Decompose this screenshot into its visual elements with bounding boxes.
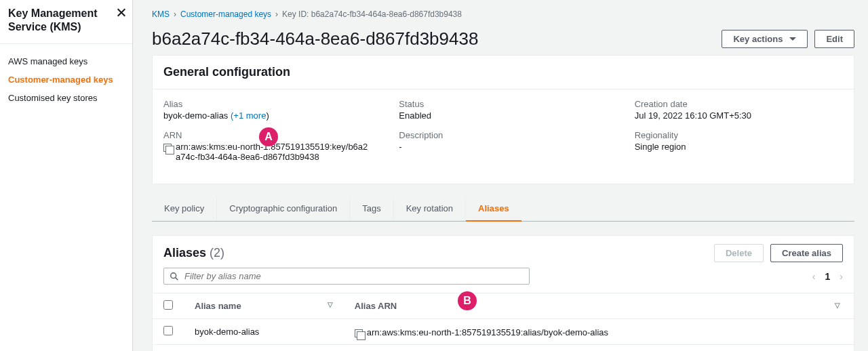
breadcrumb-kms[interactable]: KMS — [152, 9, 170, 19]
status-value: Enabled — [399, 110, 607, 121]
select-all-checkbox[interactable] — [163, 300, 173, 310]
sort-icon: ▽ — [835, 302, 840, 309]
row-checkbox[interactable] — [163, 326, 173, 335]
description-label: Description — [399, 130, 607, 140]
chevron-right-icon: › — [275, 9, 278, 19]
page-prev-icon[interactable]: ‹ — [812, 271, 816, 282]
tab-key-policy[interactable]: Key policy — [152, 197, 217, 221]
sidebar: Key Management Service (KMS) AWS managed… — [0, 0, 133, 351]
tab-tags[interactable]: Tags — [350, 197, 393, 221]
key-actions-button[interactable]: Key actions — [722, 30, 808, 48]
sidebar-title: Key Management Service (KMS) — [8, 7, 124, 34]
creation-date-value: Jul 19, 2022 16:10 GMT+5:30 — [635, 110, 843, 121]
tab-cryptographic-configuration[interactable]: Cryptographic configuration — [217, 197, 350, 221]
aliases-count: (2) — [210, 246, 224, 260]
general-config-panel: General configuration Alias byok-demo-al… — [152, 55, 854, 184]
search-icon — [170, 272, 179, 281]
alias-label: Alias — [163, 99, 372, 109]
page-title: b6a2a74c-fb34-464a-8ea6-d867fd3b9438 — [152, 28, 478, 49]
create-alias-button[interactable]: Create alias — [770, 244, 843, 262]
alias-name-cell: kms-key-test — [184, 345, 344, 352]
alias-arn-cell: arn:aws:kms:eu-north-1:857519135519:alia… — [367, 327, 608, 337]
close-icon[interactable] — [117, 8, 125, 16]
delete-alias-button[interactable]: Delete — [714, 244, 764, 262]
annotation-a: A — [259, 127, 278, 146]
breadcrumb-current: Key ID: b6a2a74c-fb34-464a-8ea6-d867fd3b… — [282, 9, 462, 19]
main-content: A B KMS › Customer-managed keys › Key ID… — [133, 0, 868, 351]
col-alias-name[interactable]: Alias name ▽ — [184, 293, 344, 319]
sidebar-item-customised-key-stores[interactable]: Customised key stores — [0, 89, 132, 107]
alias-value: byok-demo-alias — [163, 110, 231, 121]
copy-icon[interactable] — [163, 144, 172, 152]
filter-input[interactable] — [184, 271, 524, 281]
regionality-label: Regionality — [635, 130, 843, 140]
tab-bar: Key policy Cryptographic configuration T… — [152, 197, 854, 222]
creation-date-label: Creation date — [635, 99, 843, 109]
aliases-table: Alias name ▽ Alias ARN ▽ byok-demo-alias — [153, 293, 854, 351]
col-alias-arn[interactable]: Alias ARN ▽ — [344, 293, 854, 319]
breadcrumb: KMS › Customer-managed keys › Key ID: b6… — [152, 0, 854, 22]
page-next-icon[interactable]: › — [840, 271, 843, 282]
sidebar-item-aws-managed-keys[interactable]: AWS managed keys — [0, 52, 132, 70]
copy-icon[interactable] — [355, 329, 363, 337]
filter-wrapper — [163, 268, 530, 285]
description-value: - — [399, 142, 607, 152]
aliases-heading: Aliases — [163, 246, 206, 260]
table-row: kms-key-test arn:aws:kms:eu-north-1:8575… — [153, 345, 854, 352]
chevron-right-icon: › — [174, 9, 176, 19]
key-actions-label: Key actions — [733, 34, 783, 44]
page-current: 1 — [825, 271, 831, 282]
sidebar-item-customer-managed-keys[interactable]: Customer-managed keys — [0, 70, 132, 89]
status-label: Status — [399, 99, 607, 109]
tab-aliases[interactable]: Aliases — [466, 197, 521, 222]
alias-name-cell: byok-demo-alias — [184, 319, 344, 345]
general-config-heading: General configuration — [153, 56, 854, 89]
tab-key-rotation[interactable]: Key rotation — [394, 197, 466, 221]
regionality-value: Single region — [635, 142, 843, 152]
sidebar-nav: AWS managed keys Customer-managed keys C… — [0, 44, 132, 115]
pagination: ‹ 1 › — [812, 271, 843, 282]
alias-more-link[interactable]: ((+1 more)+1 more — [231, 110, 266, 121]
annotation-b: B — [458, 291, 477, 310]
edit-button[interactable]: Edit — [814, 30, 854, 48]
svg-line-1 — [176, 277, 178, 280]
caret-down-icon — [789, 37, 796, 41]
aliases-panel: Aliases (2) Delete Create alias ‹ 1 › — [152, 235, 854, 351]
svg-point-0 — [171, 272, 176, 278]
breadcrumb-customer-managed-keys[interactable]: Customer-managed keys — [180, 9, 271, 19]
sort-icon: ▽ — [328, 301, 333, 308]
table-row: byok-demo-alias arn:aws:kms:eu-north-1:8… — [153, 319, 854, 345]
